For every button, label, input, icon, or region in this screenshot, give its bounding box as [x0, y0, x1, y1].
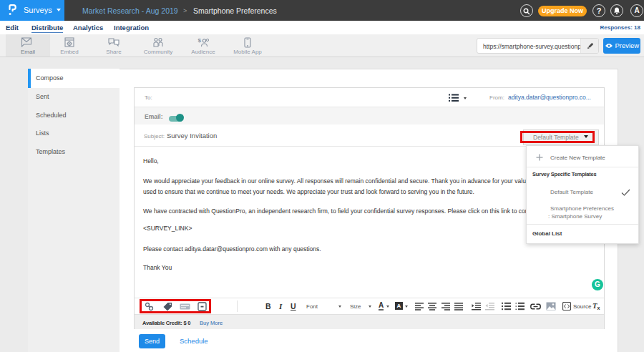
svg-text:$: $ — [198, 37, 202, 44]
